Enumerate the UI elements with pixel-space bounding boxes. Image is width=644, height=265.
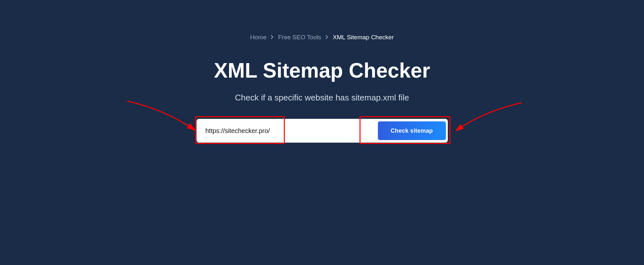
breadcrumb: Home Free SEO Tools XML Sitemap Checker — [250, 34, 394, 41]
check-sitemap-button[interactable]: Check sitemap — [378, 121, 446, 140]
annotation-arrow-left — [126, 99, 200, 138]
chevron-right-icon — [271, 35, 274, 40]
page-title: XML Sitemap Checker — [214, 59, 430, 82]
sitemap-check-form: Check sitemap — [197, 119, 448, 143]
breadcrumb-tools-link[interactable]: Free SEO Tools — [278, 34, 321, 41]
breadcrumb-current: XML Sitemap Checker — [333, 34, 394, 41]
url-input-wrap — [197, 121, 378, 141]
breadcrumb-home-link[interactable]: Home — [250, 34, 267, 41]
url-input[interactable] — [206, 127, 378, 135]
annotation-arrow-right — [453, 101, 524, 140]
form-wrap: Check sitemap — [0, 119, 644, 143]
page-subtitle: Check if a specific website has sitemap.… — [235, 93, 409, 103]
chevron-right-icon — [326, 35, 328, 40]
page-container: Home Free SEO Tools XML Sitemap Checker … — [0, 0, 644, 143]
